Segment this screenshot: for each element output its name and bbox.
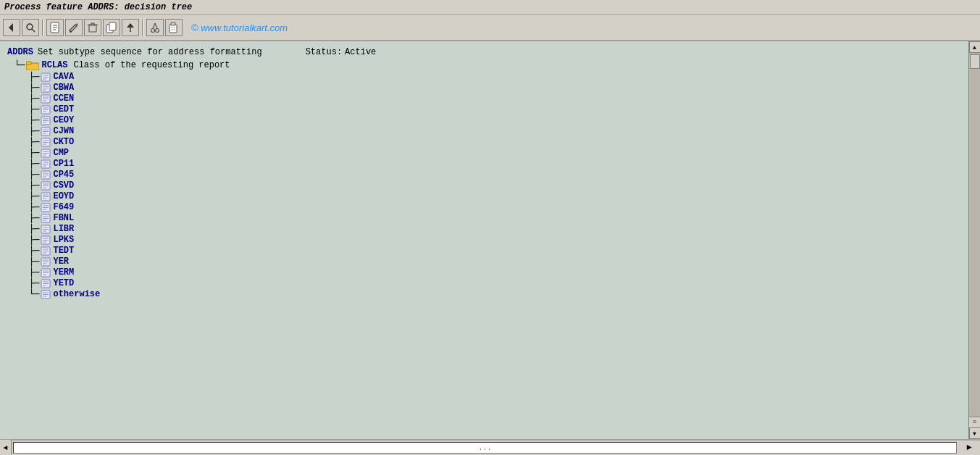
- tree-node[interactable]: ├─ F649: [29, 202, 961, 212]
- status-label: Status:: [306, 47, 342, 57]
- tree-node[interactable]: └─ otherwise: [29, 289, 961, 299]
- tree-root: └─ RCLAS Class of the requesting report …: [14, 60, 961, 299]
- leaf-icon: [41, 127, 51, 136]
- tree-node[interactable]: ├─ LPKS: [29, 235, 961, 245]
- leaf-icon: [41, 246, 51, 256]
- tree-node[interactable]: ├─ CAVA: [29, 72, 961, 82]
- svg-point-1: [27, 24, 33, 30]
- leaf-icon: [41, 159, 51, 169]
- scroll-right-arrow[interactable]: ►: [958, 443, 980, 453]
- leaf-icon: [41, 290, 51, 299]
- svg-point-18: [156, 29, 159, 33]
- node-code: CP11: [53, 159, 74, 169]
- new-button[interactable]: [46, 19, 64, 36]
- tree-node[interactable]: ├─ YER: [29, 256, 961, 267]
- tree-connector: ├─: [29, 246, 39, 256]
- scroll-up-arrow[interactable]: ▲: [969, 41, 981, 53]
- svg-line-2: [32, 29, 35, 32]
- root-description: Class of the requesting report: [73, 60, 230, 70]
- node-code: YER: [53, 256, 69, 267]
- tree-node[interactable]: ├─ CKTO: [29, 137, 961, 147]
- tree-node[interactable]: ├─ EOYD: [29, 191, 961, 201]
- leaf-icon: [41, 214, 51, 223]
- separator-1: [42, 20, 43, 36]
- watermark: © www.tutorialkart.com: [191, 22, 288, 33]
- scroll-down-arrow[interactable]: ▼: [969, 427, 981, 439]
- paste-button[interactable]: [165, 19, 183, 36]
- tree-connector: ├─: [29, 83, 39, 93]
- node-code: YETD: [53, 278, 74, 288]
- node-code: F649: [53, 202, 74, 212]
- status-value: Active: [345, 47, 376, 57]
- tree-node[interactable]: ├─ YETD: [29, 278, 961, 288]
- tree-connector: └─: [29, 289, 39, 299]
- node-code: LPKS: [53, 235, 74, 245]
- edit-button[interactable]: [65, 19, 83, 36]
- node-code: CAVA: [53, 72, 74, 82]
- tree-connector: ├─: [29, 148, 39, 158]
- tree-node[interactable]: ├─ CJWN: [29, 126, 961, 136]
- tree-node[interactable]: ├─ CSVD: [29, 180, 961, 191]
- tree-node[interactable]: ├─ CBWA: [29, 83, 961, 93]
- node-code: TEDT: [53, 246, 74, 256]
- tree-children: ├─ CAVA├─ CBWA├─ CCEN├─ CEDT├─ CEOY├─: [29, 72, 961, 299]
- tree-connector: ├─: [29, 93, 39, 104]
- leaf-icon: [41, 181, 51, 191]
- tree-node[interactable]: ├─ CP45: [29, 170, 961, 180]
- leaf-icon: [41, 225, 51, 234]
- node-code: CCEN: [53, 93, 74, 104]
- leaf-icon: [41, 257, 51, 267]
- delete-button[interactable]: [84, 19, 101, 36]
- svg-rect-8: [89, 25, 96, 32]
- separator-2: [142, 20, 143, 36]
- search-button[interactable]: [22, 19, 39, 36]
- tree-node[interactable]: ├─ CMP: [29, 148, 961, 158]
- leaf-icon: [41, 170, 51, 180]
- root-node[interactable]: └─ RCLAS Class of the requesting report: [14, 60, 961, 70]
- tree-node[interactable]: ├─ FBNL: [29, 213, 961, 223]
- leaf-icon: [41, 192, 51, 201]
- feature-description: Set subtype sequence for address formatt…: [38, 47, 262, 57]
- scroll-left-arrow[interactable]: ◄: [0, 440, 12, 455]
- svg-rect-22: [171, 22, 175, 25]
- back-button[interactable]: [3, 19, 20, 36]
- tree-connector: ├─: [29, 115, 39, 125]
- leaf-icon: [41, 235, 51, 245]
- leaf-icon: [41, 94, 51, 104]
- root-folder-icon: [26, 61, 39, 70]
- tree-connector: ├─: [29, 224, 39, 234]
- leaf-icon: [41, 83, 51, 93]
- svg-rect-21: [169, 25, 177, 33]
- node-code: otherwise: [53, 289, 100, 299]
- tree-connector: ├─: [29, 213, 39, 223]
- window-title: Process feature ADDRS: decision tree: [4, 2, 192, 12]
- tree-connector: ├─: [29, 278, 39, 288]
- node-code: CEDT: [53, 104, 74, 114]
- node-code: CJWN: [53, 126, 74, 136]
- toolbar: © www.tutorialkart.com: [0, 15, 980, 41]
- tree-node[interactable]: ├─ CCEN: [29, 93, 961, 104]
- tree-node[interactable]: ├─ TEDT: [29, 246, 961, 256]
- scroll-track[interactable]: [969, 53, 981, 417]
- tree-node[interactable]: ├─ YERM: [29, 267, 961, 277]
- tree-node[interactable]: ├─ CEOY: [29, 115, 961, 125]
- tree-connector: ├─: [29, 126, 39, 136]
- tree-node[interactable]: ├─ LIBR: [29, 224, 961, 234]
- scroll-indicator: ≡: [971, 417, 978, 427]
- tree-node[interactable]: ├─ CP11: [29, 159, 961, 169]
- move-up-button[interactable]: [122, 19, 139, 36]
- leaf-icon: [41, 116, 51, 125]
- svg-line-20: [155, 23, 157, 29]
- copy-button[interactable]: [103, 19, 120, 36]
- cut-button[interactable]: [146, 19, 164, 36]
- right-scrollbar[interactable]: ▲ ≡ ▼: [968, 41, 980, 439]
- tree-node[interactable]: ├─ CEDT: [29, 104, 961, 114]
- main-content: ADDRS Set subtype sequence for address f…: [0, 41, 980, 439]
- svg-marker-15: [127, 23, 134, 28]
- leaf-icon: [41, 72, 51, 82]
- tree-connector: ├─: [29, 137, 39, 147]
- tree-connector: ├─: [29, 170, 39, 180]
- node-code: CEOY: [53, 115, 74, 125]
- tree-connector: ├─: [29, 256, 39, 267]
- status-dots: ...: [478, 444, 491, 452]
